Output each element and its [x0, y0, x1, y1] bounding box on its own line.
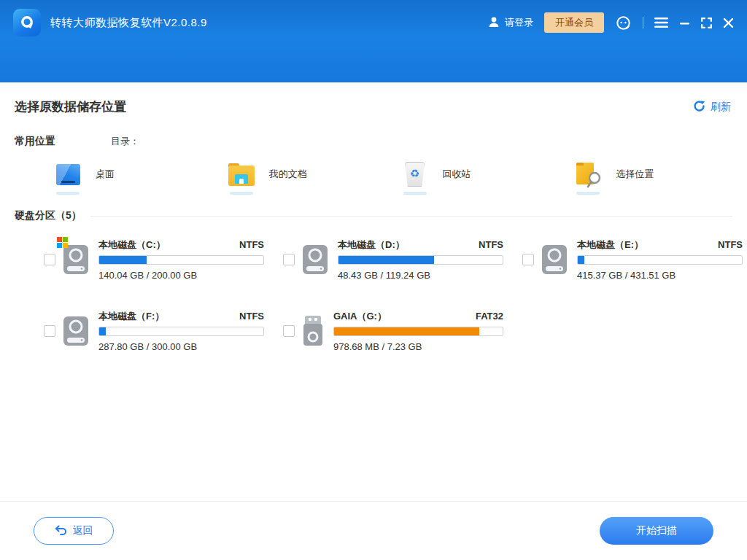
drive-checkbox[interactable] [522, 254, 534, 265]
drive-filesystem: FAT32 [476, 311, 503, 322]
location-item-documents[interactable]: 我的文档 [227, 160, 400, 189]
customer-service-icon[interactable] [615, 15, 632, 31]
drive-usage-bar-fill [99, 327, 106, 335]
refresh-button[interactable]: 刷新 [693, 100, 731, 114]
drive-usage-bar [98, 327, 264, 336]
drive-usage-bar-fill [338, 256, 434, 264]
undo-arrow-icon [55, 525, 67, 537]
drive-card-f[interactable]: 本地磁盘（F:） NTFS 287.80 GB / 300.00 GB [44, 310, 264, 352]
drive-usage-bar [577, 255, 743, 265]
drive-name: 本地磁盘（F:） [98, 310, 164, 323]
drive-checkbox[interactable] [283, 325, 295, 337]
drive-card-e[interactable]: 本地磁盘（E:） NTFS 415.37 GB / 431.51 GB [522, 238, 743, 281]
select-location-icon [573, 160, 603, 189]
hdd-icon [302, 244, 328, 276]
drive-usage-text: 415.37 GB / 431.51 GB [577, 270, 743, 281]
drive-usage-text: 48.43 GB / 119.24 GB [338, 270, 503, 281]
common-locations-row: 桌面 我的文档 ♻ 回收站 选择位置 [0, 160, 747, 189]
desktop-icon [53, 160, 82, 189]
login-button[interactable]: 请登录 [487, 15, 533, 31]
hdd-icon [63, 244, 89, 276]
minimize-icon[interactable] [679, 18, 690, 28]
drive-usage-bar-fill [334, 327, 479, 335]
drive-name: 本地磁盘（E:） [577, 238, 643, 252]
start-scan-button[interactable]: 开始扫描 [600, 517, 713, 545]
windows-logo-icon [57, 237, 68, 248]
documents-folder-icon [227, 160, 256, 189]
window-title: 转转大师数据恢复软件V2.0.8.9 [50, 16, 207, 30]
drive-usage-bar-fill [99, 256, 147, 264]
drive-checkbox[interactable] [44, 325, 55, 337]
drive-usage-text: 140.04 GB / 200.00 GB [98, 270, 264, 281]
refresh-icon [693, 100, 705, 114]
title-bar: 转转大师数据恢复软件V2.0.8.9 请登录 开通会员 [0, 0, 747, 82]
drive-usage-bar-fill [578, 256, 584, 264]
recycle-bin-icon: ♻ [400, 160, 430, 189]
drive-card-g[interactable]: GAIA（G:） FAT32 978.68 MB / 7.23 GB [283, 310, 503, 352]
menu-icon[interactable] [654, 17, 668, 28]
location-item-desktop[interactable]: 桌面 [53, 160, 227, 189]
location-item-recycle-bin[interactable]: ♻ 回收站 [400, 160, 574, 189]
drive-usage-text: 978.68 MB / 7.23 GB [333, 341, 503, 352]
hdd-icon [541, 244, 568, 276]
drive-usage-text: 287.80 GB / 300.00 GB [98, 341, 264, 352]
drive-usage-bar [333, 327, 503, 336]
refresh-label: 刷新 [711, 101, 731, 114]
drive-checkbox[interactable] [283, 254, 295, 265]
footer-bar: 返回 开始扫描 [0, 501, 747, 560]
drive-filesystem: NTFS [718, 239, 743, 250]
drive-grid: 本地磁盘（C:） NTFS 140.04 GB / 200.00 GB 本地磁盘… [0, 238, 747, 352]
drive-card-d[interactable]: 本地磁盘（D:） NTFS 48.43 GB / 119.24 GB [283, 238, 503, 281]
user-icon [487, 15, 500, 31]
login-label: 请登录 [505, 16, 533, 29]
drive-filesystem: NTFS [239, 239, 264, 250]
back-button[interactable]: 返回 [34, 517, 114, 545]
usb-drive-icon [302, 315, 324, 347]
drive-filesystem: NTFS [479, 239, 503, 250]
maximize-icon[interactable] [701, 18, 712, 28]
hdd-icon [63, 315, 89, 347]
location-item-select-location[interactable]: 选择位置 [573, 160, 747, 189]
drive-usage-bar [98, 255, 264, 265]
page-title: 选择原数据储存位置 [15, 98, 126, 115]
drive-filesystem: NTFS [239, 311, 264, 322]
app-logo-icon [13, 9, 41, 36]
drive-name: 本地磁盘（D:） [338, 238, 405, 252]
drive-card-c[interactable]: 本地磁盘（C:） NTFS 140.04 GB / 200.00 GB [44, 238, 264, 281]
drive-name: GAIA（G:） [333, 310, 387, 323]
drive-checkbox[interactable] [44, 254, 55, 265]
drive-name: 本地磁盘（C:） [98, 238, 166, 252]
drive-usage-bar [338, 255, 503, 265]
directory-label: 目录： [111, 135, 139, 148]
close-icon[interactable] [723, 18, 734, 28]
common-locations-label: 常用位置 [15, 135, 55, 148]
vip-membership-button[interactable]: 开通会员 [544, 12, 604, 33]
section-divider [90, 216, 732, 217]
partitions-section-label: 硬盘分区（5） [15, 209, 82, 222]
header-divider [643, 17, 643, 28]
